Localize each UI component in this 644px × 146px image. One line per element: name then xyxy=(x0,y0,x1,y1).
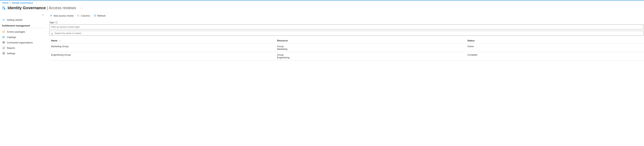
svg-rect-10 xyxy=(4,36,5,38)
sidebar-item-label: Reports xyxy=(7,47,15,49)
type-filter-label: Type xyxy=(49,21,54,24)
svg-line-4 xyxy=(5,9,6,9)
button-label: Columns xyxy=(81,14,90,17)
column-header-resource[interactable]: Resource xyxy=(275,38,466,44)
svg-line-24 xyxy=(52,34,53,34)
sidebar-item-getting-started[interactable]: Getting started xyxy=(0,17,46,22)
breadcrumb-current[interactable]: Identity Governance xyxy=(12,1,33,4)
table-row[interactable]: Marketing Group Group Marketing Active xyxy=(49,44,644,52)
page-title: Identity Governance xyxy=(8,5,46,10)
sidebar-item-label: Access packages xyxy=(7,30,25,33)
breadcrumb-home[interactable]: Home xyxy=(2,1,8,4)
svg-rect-8 xyxy=(2,36,3,38)
svg-rect-16 xyxy=(4,47,4,49)
identity-governance-icon xyxy=(2,6,6,10)
catalog-icon xyxy=(2,36,5,38)
refresh-button[interactable]: Refresh xyxy=(93,13,106,18)
package-icon xyxy=(2,30,5,33)
more-menu-button[interactable]: ··· xyxy=(80,6,84,10)
type-filter-input[interactable] xyxy=(49,24,644,29)
plus-icon xyxy=(50,14,52,17)
access-reviews-table: Name ↑↓ Resource Status Marketing Group … xyxy=(49,38,644,60)
column-header-status[interactable]: Status xyxy=(466,38,644,44)
svg-rect-9 xyxy=(4,36,4,38)
sort-icon: ↑↓ xyxy=(59,40,61,42)
svg-point-5 xyxy=(2,19,4,20)
sidebar-item-settings[interactable]: Settings xyxy=(0,51,46,56)
collapse-sidebar-button[interactable]: « xyxy=(0,13,46,17)
sidebar-item-catalogs[interactable]: Catalogs xyxy=(0,34,46,40)
sidebar-section-entitlement: Entitlement management xyxy=(0,22,46,28)
sidebar: « Getting started Entitlement management… xyxy=(0,12,46,56)
search-icon xyxy=(51,32,53,35)
button-label: Refresh xyxy=(98,14,106,17)
columns-icon xyxy=(77,14,80,17)
sidebar-item-access-packages[interactable]: Access packages xyxy=(0,29,46,34)
cell-status: Complete xyxy=(466,52,644,60)
sidebar-item-label: Connected organizations xyxy=(7,41,33,44)
sidebar-item-label: Getting started xyxy=(7,18,22,21)
sidebar-item-connected-organizations[interactable]: Connected organizations xyxy=(0,40,46,45)
new-access-review-button[interactable]: New access review xyxy=(49,13,74,18)
page-subtitle: | Access reviews xyxy=(47,5,76,10)
getting-started-icon xyxy=(2,18,5,21)
command-bar: New access review Columns Refresh xyxy=(49,13,644,20)
cell-status: Active xyxy=(466,44,644,52)
sidebar-item-label: Settings xyxy=(7,52,15,55)
refresh-icon xyxy=(94,14,96,17)
info-icon[interactable]: i xyxy=(56,21,58,23)
sidebar-item-label: Catalogs xyxy=(7,36,16,38)
breadcrumb: Home > Identity Governance xyxy=(0,0,644,5)
search-input[interactable] xyxy=(49,31,644,36)
column-header-name[interactable]: Name ↑↓ xyxy=(49,38,275,44)
reports-icon xyxy=(2,46,5,49)
sidebar-item-reports[interactable]: Reports xyxy=(0,45,46,51)
svg-point-12 xyxy=(4,42,5,43)
svg-point-23 xyxy=(51,33,52,34)
svg-rect-7 xyxy=(2,31,5,31)
columns-button[interactable]: Columns xyxy=(76,13,90,18)
svg-rect-15 xyxy=(4,47,4,49)
breadcrumb-separator: > xyxy=(10,1,11,4)
table-row[interactable]: Engineering Group Group Engineering Comp… xyxy=(49,52,644,60)
svg-rect-14 xyxy=(3,48,3,49)
connected-orgs-icon xyxy=(2,41,5,44)
cell-name: Engineering Group xyxy=(49,52,275,60)
page-header: Identity Governance | Access reviews ··· xyxy=(0,5,644,12)
cell-name: Marketing Group xyxy=(49,44,275,52)
svg-point-3 xyxy=(4,8,5,9)
main-content: New access review Columns Refresh Type i xyxy=(46,12,644,60)
cell-resource: Group Engineering xyxy=(275,52,466,60)
button-label: New access review xyxy=(54,14,74,17)
cell-resource: Group Marketing xyxy=(275,44,466,52)
svg-point-11 xyxy=(3,42,4,43)
gear-icon xyxy=(2,52,5,55)
